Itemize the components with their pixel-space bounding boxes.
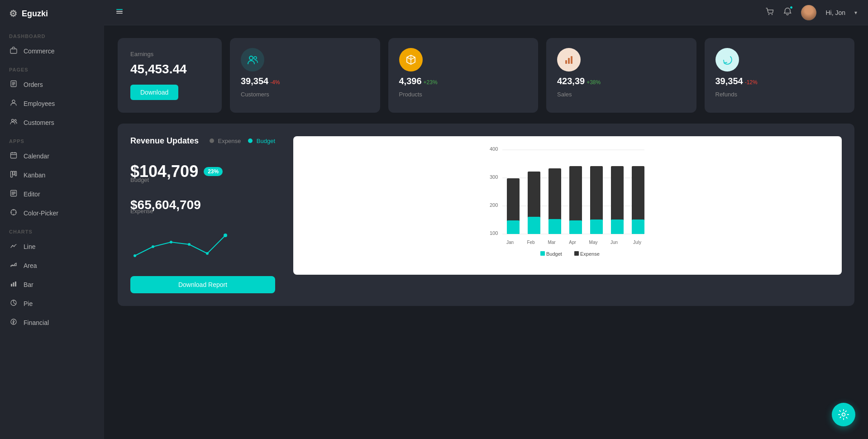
commerce-icon	[9, 47, 18, 56]
line-chart-icon	[9, 242, 18, 251]
sales-stat-change: +38%	[587, 79, 601, 86]
svg-rect-11	[11, 284, 12, 286]
bell-icon[interactable]	[783, 7, 792, 18]
sidebar-item-bar[interactable]: Bar	[0, 275, 104, 294]
calendar-icon	[9, 152, 18, 161]
pie-label: Pie	[24, 300, 33, 307]
settings-fab-button[interactable]	[832, 403, 855, 426]
download-report-button[interactable]: Download Report	[130, 276, 275, 293]
chevron-down-icon[interactable]: ▾	[854, 10, 857, 16]
budget-section: $104,709 23% Budget	[130, 162, 275, 183]
financial-label: Financial	[24, 319, 49, 326]
budget-legend-label: Budget	[257, 138, 275, 144]
sidebar-item-customers[interactable]: Customers	[0, 113, 104, 132]
expense-dot	[210, 138, 214, 143]
employees-label: Employees	[24, 100, 55, 107]
kanban-icon	[9, 171, 18, 180]
svg-rect-45	[548, 219, 561, 234]
earnings-label: Earnings	[130, 51, 209, 57]
products-stat-change: +23%	[424, 79, 438, 86]
pie-chart-icon	[9, 299, 18, 308]
bar-label: Bar	[24, 281, 33, 288]
svg-point-27	[152, 245, 154, 248]
cart-icon[interactable]	[765, 7, 774, 18]
sidebar-section-apps: APPS Calendar Kanban Editor Color-Picker	[0, 132, 104, 223]
sidebar-toggle-icon[interactable]	[115, 7, 124, 18]
bar-chart-icon	[9, 280, 18, 289]
sales-stat-desc: Sales	[557, 91, 686, 98]
section-label-apps: APPS	[0, 132, 104, 147]
user-name[interactable]: Hi, Jon	[825, 9, 845, 16]
svg-rect-53	[632, 220, 644, 234]
svg-point-28	[170, 241, 172, 243]
sidebar-item-editor[interactable]: Editor	[0, 185, 104, 204]
sidebar-item-orders[interactable]: Orders	[0, 75, 104, 94]
svg-point-3	[12, 119, 14, 122]
color-picker-icon	[9, 209, 18, 218]
sidebar: ⚙ Eguzki DASHBOARD Commerce PAGES Orders…	[0, 0, 104, 439]
svg-text:Expense: Expense	[580, 251, 600, 257]
stat-cards-row: Earnings 45,453.44 Download 39,354 -4% C…	[118, 38, 854, 113]
topbar-left	[115, 7, 124, 18]
financial-icon	[9, 318, 18, 327]
svg-text:Jan: Jan	[506, 240, 514, 245]
svg-text:Feb: Feb	[527, 240, 535, 245]
sidebar-section-pages: PAGES Orders Employees Customers	[0, 61, 104, 132]
app-name: Eguzki	[22, 9, 48, 19]
sidebar-section-charts: CHARTS Line Area Bar Pie	[0, 223, 104, 332]
products-stat-desc: Products	[399, 91, 528, 98]
budget-badge: 23%	[204, 167, 223, 176]
products-stat-number: 4,396	[399, 76, 422, 86]
avatar	[801, 5, 816, 20]
svg-rect-12	[13, 282, 14, 286]
sidebar-item-pie[interactable]: Pie	[0, 294, 104, 313]
refunds-stat-icon	[715, 48, 739, 72]
sidebar-item-area[interactable]: Area	[0, 256, 104, 275]
customers-stat-row: 39,354 -4%	[241, 76, 369, 86]
svg-rect-51	[611, 220, 624, 234]
settings-fab-icon	[838, 409, 849, 420]
budget-legend-item: Budget	[248, 138, 275, 144]
earnings-card: Earnings 45,453.44 Download	[118, 38, 222, 113]
svg-rect-24	[568, 58, 570, 64]
svg-point-20	[772, 14, 773, 15]
sidebar-item-commerce[interactable]: Commerce	[0, 42, 104, 61]
svg-text:Mar: Mar	[548, 240, 556, 245]
svg-point-21	[249, 56, 253, 60]
sidebar-item-line[interactable]: Line	[0, 237, 104, 256]
refunds-stat-desc: Refunds	[715, 91, 844, 98]
sidebar-item-calendar[interactable]: Calendar	[0, 147, 104, 166]
stat-card-sales: 423,39 +38% Sales	[546, 38, 696, 113]
svg-rect-25	[571, 56, 572, 64]
stat-card-products: 4,396 +23% Products	[388, 38, 539, 113]
download-button[interactable]: Download	[130, 85, 178, 100]
svg-rect-61	[540, 251, 545, 256]
color-picker-label: Color-Picker	[24, 210, 58, 217]
svg-text:May: May	[589, 240, 598, 245]
sales-stat-number: 423,39	[557, 76, 585, 86]
sidebar-item-color-picker[interactable]: Color-Picker	[0, 204, 104, 223]
svg-point-19	[768, 14, 769, 15]
budget-dot	[248, 138, 253, 143]
section-label-dashboard: DASHBOARD	[0, 27, 104, 42]
svg-point-22	[254, 57, 257, 59]
svg-point-30	[206, 252, 209, 255]
revenue-header: Revenue Updates Expense Budget	[130, 136, 275, 146]
svg-text:400: 400	[490, 146, 498, 152]
refunds-stat-change: -12%	[745, 79, 758, 86]
customers-icon	[9, 118, 18, 127]
svg-rect-63	[574, 251, 579, 256]
svg-text:Budget: Budget	[546, 251, 562, 257]
revenue-right: 400 300 200 100	[293, 136, 842, 275]
topbar-right: Hi, Jon ▾	[765, 5, 857, 20]
products-stat-icon	[399, 48, 423, 72]
sidebar-item-employees[interactable]: Employees	[0, 94, 104, 113]
sidebar-item-kanban[interactable]: Kanban	[0, 166, 104, 185]
area-label: Area	[24, 262, 37, 269]
main-area: Hi, Jon ▾ Earnings 45,453.44 Download 39…	[104, 0, 868, 439]
refunds-stat-number: 39,354	[715, 76, 743, 86]
sidebar-item-financial[interactable]: Financial	[0, 313, 104, 332]
customers-label: Customers	[24, 119, 54, 126]
logo-gear-icon: ⚙	[9, 8, 17, 19]
orders-label: Orders	[24, 81, 43, 88]
